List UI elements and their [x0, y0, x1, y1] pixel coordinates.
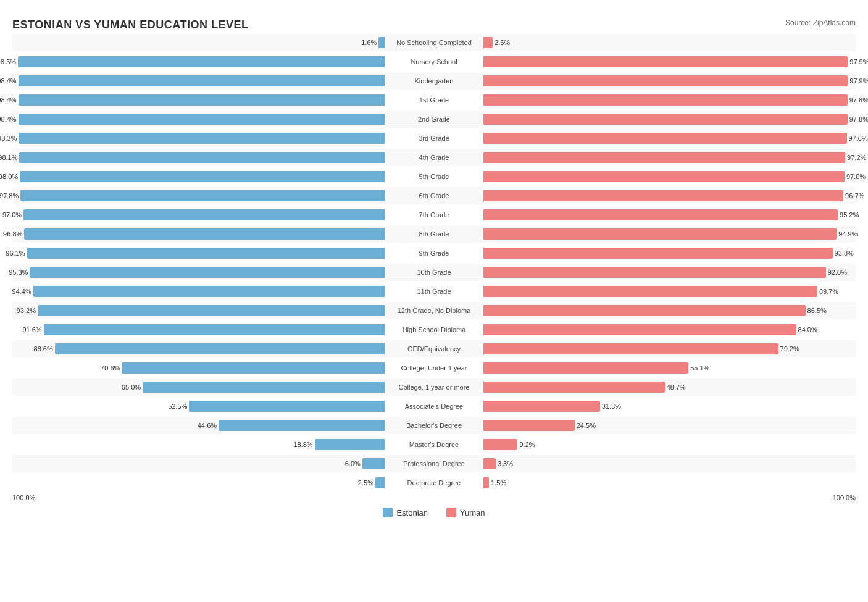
yuman-bar: 3.3% — [483, 458, 496, 469]
estonian-bar-label: 98.0% — [0, 173, 18, 180]
row-category-label: 3rd Grade — [385, 135, 483, 142]
yuman-bar: 1.5% — [483, 477, 489, 488]
yuman-bar-label: 79.2% — [780, 345, 799, 353]
bar-row: 96.8%8th Grade94.9% — [12, 225, 856, 243]
row-category-label: Associate's Degree — [385, 403, 483, 410]
estonian-bar-label: 2.5% — [358, 479, 373, 487]
yuman-bar: 24.5% — [483, 420, 575, 431]
chart-container: ESTONIAN VS YUMAN EDUCATION LEVEL Source… — [12, 12, 856, 524]
yuman-bar-label: 96.7% — [845, 192, 864, 199]
bar-row: 98.4%1st Grade97.8% — [12, 91, 856, 109]
estonian-bar: 98.4% — [19, 75, 385, 86]
row-category-label: 7th Grade — [385, 211, 483, 219]
estonian-bar-label: 98.4% — [0, 96, 17, 104]
bar-row: 91.6%High School Diploma84.0% — [12, 321, 856, 338]
yuman-bar: 2.5% — [483, 37, 493, 48]
estonian-bar-label: 98.5% — [0, 58, 16, 65]
bar-row: 1.6%No Schooling Completed2.5% — [12, 34, 856, 51]
yuman-bar: 97.2% — [483, 152, 845, 163]
yuman-bar-label: 86.5% — [807, 307, 827, 314]
row-category-label: Bachelor's Degree — [385, 422, 483, 429]
row-category-label: Professional Degree — [385, 460, 483, 467]
yuman-bar: 92.0% — [483, 267, 826, 278]
estonian-bar: 88.6% — [55, 343, 385, 354]
yuman-bar: 97.8% — [483, 94, 848, 106]
row-category-label: 2nd Grade — [385, 115, 483, 123]
estonian-bar-label: 44.6% — [198, 422, 217, 429]
estonian-bar: 18.8% — [315, 439, 385, 450]
left-axis-label: 100.0% — [12, 494, 35, 501]
legend-estonian: Estonian — [383, 508, 428, 517]
estonian-bar-label: 98.4% — [0, 115, 17, 123]
estonian-bar-label: 98.1% — [0, 154, 17, 161]
row-category-label: No Schooling Completed — [385, 39, 483, 46]
yuman-bar-label: 48.7% — [667, 383, 686, 391]
yuman-bar-label: 84.0% — [798, 326, 817, 333]
yuman-bar: 94.9% — [483, 228, 837, 240]
estonian-bar: 96.8% — [24, 228, 385, 240]
yuman-bar-label: 89.7% — [819, 288, 838, 295]
row-category-label: College, 1 year or more — [385, 383, 483, 391]
yuman-color-box — [446, 508, 456, 517]
estonian-bar: 98.4% — [19, 114, 385, 125]
yuman-bar-label: 2.5% — [495, 39, 510, 46]
yuman-bar-label: 97.6% — [849, 135, 868, 142]
estonian-bar-label: 96.1% — [6, 249, 25, 257]
yuman-bar: 48.7% — [483, 382, 665, 393]
yuman-bar-label: 97.8% — [849, 115, 868, 123]
estonian-bar: 70.6% — [122, 362, 385, 374]
yuman-bar-label: 9.2% — [519, 441, 535, 448]
row-category-label: College, Under 1 year — [385, 364, 483, 372]
row-category-label: 12th Grade, No Diploma — [385, 307, 483, 314]
estonian-bar: 98.0% — [20, 171, 385, 182]
estonian-bar: 65.0% — [143, 382, 385, 393]
yuman-bar: 97.8% — [483, 114, 848, 125]
bar-row: 98.0%5th Grade97.0% — [12, 168, 856, 185]
bar-row: 98.3%3rd Grade97.6% — [12, 130, 856, 147]
yuman-bar-label: 97.8% — [849, 96, 868, 104]
estonian-bar: 96.1% — [27, 248, 385, 259]
estonian-bar: 97.0% — [23, 209, 385, 220]
estonian-bar: 97.8% — [20, 190, 385, 201]
yuman-bar: 97.6% — [483, 133, 847, 144]
estonian-bar-label: 98.4% — [0, 77, 17, 85]
bar-row: 65.0%College, 1 year or more48.7% — [12, 378, 856, 396]
estonian-bar: 2.5% — [375, 477, 385, 488]
yuman-bar-label: 55.1% — [690, 364, 709, 372]
yuman-bar-label: 97.2% — [847, 154, 866, 161]
row-category-label: Doctorate Degree — [385, 479, 483, 487]
row-category-label: 4th Grade — [385, 154, 483, 161]
bar-row: 98.1%4th Grade97.2% — [12, 149, 856, 166]
yuman-bar-label: 97.9% — [849, 58, 868, 65]
row-category-label: GED/Equivalency — [385, 345, 483, 353]
row-category-label: 10th Grade — [385, 269, 483, 276]
right-axis-label: 100.0% — [833, 494, 856, 501]
row-category-label: 8th Grade — [385, 230, 483, 238]
estonian-bar-label: 6.0% — [345, 460, 361, 467]
estonian-bar: 98.5% — [18, 56, 385, 67]
legend-yuman: Yuman — [446, 508, 485, 517]
estonian-color-box — [383, 508, 393, 517]
yuman-bar: 31.3% — [483, 401, 600, 412]
row-category-label: 9th Grade — [385, 249, 483, 257]
estonian-bar: 98.4% — [19, 94, 385, 106]
yuman-bar: 89.7% — [483, 286, 817, 297]
bar-row: 18.8%Master's Degree9.2% — [12, 436, 856, 453]
yuman-bar: 95.2% — [483, 209, 838, 220]
estonian-bar: 6.0% — [362, 458, 385, 469]
yuman-bar: 84.0% — [483, 324, 796, 335]
yuman-bar-label: 3.3% — [498, 460, 513, 467]
bar-row: 97.8%6th Grade96.7% — [12, 187, 856, 204]
bar-row: 95.3%10th Grade92.0% — [12, 264, 856, 281]
yuman-bar-label: 24.5% — [577, 422, 596, 429]
estonian-bar-label: 96.8% — [3, 230, 22, 238]
bar-row: 97.0%7th Grade95.2% — [12, 206, 856, 224]
yuman-bar: 97.9% — [483, 56, 848, 67]
yuman-bar: 9.2% — [483, 439, 517, 450]
bar-row: 98.4%Kindergarten97.9% — [12, 72, 856, 90]
estonian-label: Estonian — [396, 508, 428, 517]
estonian-bar-label: 18.8% — [293, 441, 312, 448]
axis-labels: 100.0% 100.0% — [12, 494, 856, 501]
row-category-label: Kindergarten — [385, 77, 483, 85]
estonian-bar: 98.3% — [19, 133, 385, 144]
